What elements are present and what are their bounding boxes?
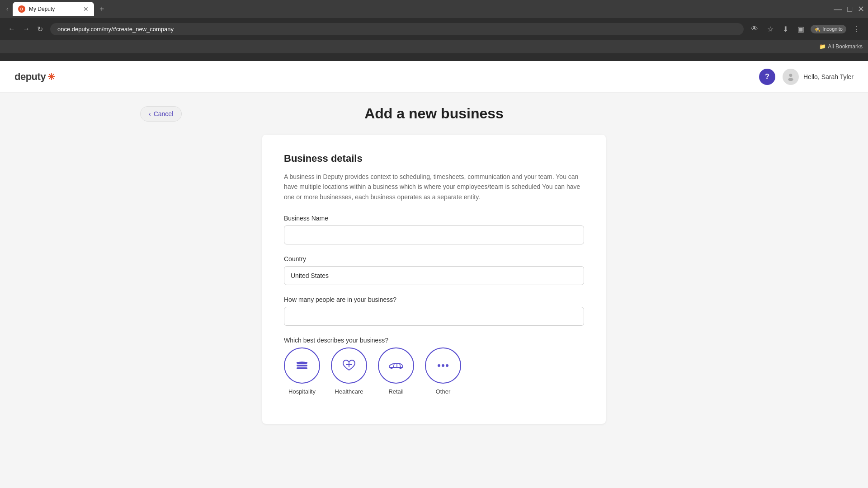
user-name: Hello, Sarah Tyler [803,73,854,80]
close-window-button[interactable]: ✕ [858,4,864,14]
logo-text: deputy [14,71,46,83]
download-icon[interactable]: ⬇ [780,23,791,35]
healthcare-icon [331,347,367,384]
extensions-icon[interactable]: ▣ [795,23,807,35]
incognito-badge: 🕵 Incognito [811,25,846,33]
svg-point-8 [400,368,402,369]
form-card: Business details A business in Deputy pr… [262,135,606,424]
country-group: Country United States [284,255,584,285]
address-bar[interactable] [50,23,744,35]
svg-point-0 [789,74,793,77]
svg-point-1 [788,78,793,81]
page-top: ‹ Cancel Add a new business [0,93,868,135]
business-name-group: Business Name [284,215,584,244]
business-type-hospitality[interactable]: Hospitality [284,347,320,395]
incognito-icon: 🕵 [814,26,821,32]
eye-off-icon[interactable]: 👁 [748,23,761,35]
svg-point-10 [442,364,444,367]
chevron-left-icon: ‹ [149,110,151,117]
business-types-container: Hospitality Healthcare [284,347,584,395]
avatar [783,69,799,85]
logo-star-icon: ✳ [47,71,55,82]
people-count-input[interactable] [284,307,584,326]
forward-button[interactable]: → [20,23,33,35]
svg-point-9 [438,364,440,367]
business-type-group: Which best describes your business? [284,337,584,395]
business-type-healthcare[interactable]: Healthcare [331,347,367,395]
country-label: Country [284,255,584,263]
new-tab-button[interactable]: + [96,3,108,16]
help-button[interactable]: ? [759,69,775,85]
svg-rect-3 [297,365,307,366]
reload-button[interactable]: ↻ [34,23,46,35]
page-title: Add a new business [364,105,504,122]
people-count-label: How many people are in your business? [284,296,584,303]
section-desc: A business in Deputy provides context to… [284,172,584,202]
section-title: Business details [284,153,584,164]
maximize-button[interactable]: □ [847,5,852,14]
tab-title: My Deputy [29,6,80,12]
bookmark-icon[interactable]: ☆ [764,23,776,35]
business-type-other[interactable]: Other [425,347,461,395]
bookmarks-label: 📁 All Bookmarks [819,43,863,50]
svg-point-11 [446,364,448,367]
country-select[interactable]: United States [284,266,584,285]
other-label: Other [436,388,451,395]
svg-point-7 [391,368,393,369]
hospitality-icon [284,347,320,384]
cancel-button[interactable]: ‹ Cancel [140,106,182,122]
hospitality-label: Hospitality [288,388,316,395]
app-header: deputy ✳ ? Hello, Sarah Tyler [0,61,868,93]
main-content: ‹ Cancel Add a new business Business det… [0,93,868,488]
business-name-input[interactable] [284,225,584,244]
people-count-group: How many people are in your business? [284,296,584,326]
business-name-label: Business Name [284,215,584,222]
active-tab: D My Deputy ✕ [13,2,94,16]
healthcare-label: Healthcare [335,388,363,395]
retail-label: Retail [388,388,403,395]
back-button[interactable]: ← [5,23,18,35]
other-icon [425,347,461,384]
svg-rect-4 [297,367,307,369]
tab-close-button[interactable]: ✕ [83,6,89,12]
minimize-button[interactable]: — [834,5,842,14]
user-info[interactable]: Hello, Sarah Tyler [783,69,854,85]
tab-favicon: D [18,5,25,13]
folder-icon: 📁 [819,43,826,50]
tab-nav-back[interactable]: ‹ [4,4,11,14]
retail-icon [378,347,414,384]
deputy-logo: deputy ✳ [14,71,55,83]
business-type-label: Which best describes your business? [284,337,584,344]
menu-button[interactable]: ⋮ [850,23,863,35]
business-type-retail[interactable]: Retail [378,347,414,395]
